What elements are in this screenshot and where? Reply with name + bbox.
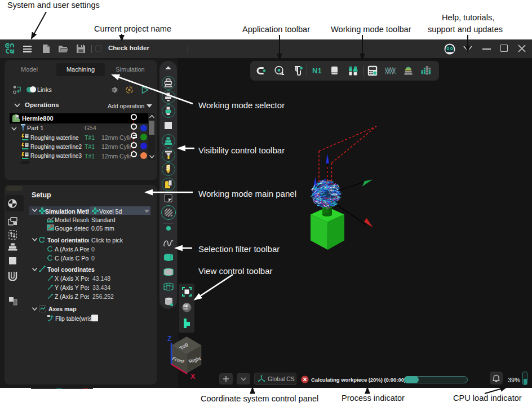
svg-text:Z: Z bbox=[167, 335, 172, 343]
